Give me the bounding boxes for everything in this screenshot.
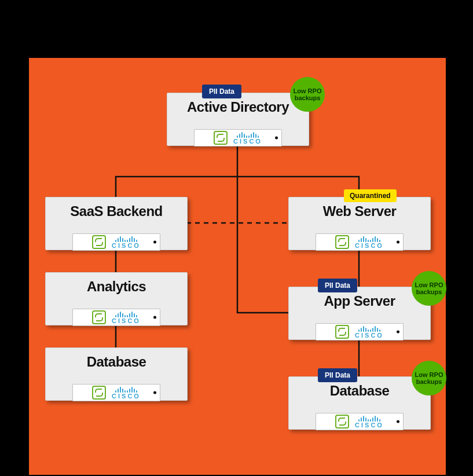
- status-dot: [153, 316, 156, 319]
- cohesity-icon: [335, 415, 349, 429]
- node-active-directory: PII Data Low RPO backups Active Director…: [167, 93, 309, 146]
- vendor-strip: CISCO: [72, 309, 160, 326]
- cisco-word: CISCO: [112, 243, 141, 249]
- cisco-logo: CISCO: [233, 131, 262, 145]
- cisco-word: CISCO: [355, 422, 384, 429]
- cisco-logo: CISCO: [112, 386, 141, 400]
- node-title: App Server: [289, 293, 430, 309]
- cohesity-icon: [214, 131, 228, 145]
- cisco-word: CISCO: [355, 243, 384, 249]
- vendor-strip: CISCO: [194, 129, 282, 147]
- vendor-strip: CISCO: [316, 413, 404, 430]
- cohesity-icon: [92, 386, 106, 400]
- cisco-logo: CISCO: [355, 325, 384, 339]
- node-title: Active Directory: [167, 99, 309, 115]
- cohesity-icon: [335, 325, 349, 339]
- edge-ad-saas: [116, 177, 237, 197]
- status-dot: [275, 137, 278, 140]
- cisco-word: CISCO: [233, 138, 262, 145]
- node-analytics: Analytics CISCO: [45, 272, 188, 325]
- badge-low-rpo: Low RPO backups: [412, 361, 446, 396]
- vendor-strip: CISCO: [72, 384, 160, 401]
- node-web-server: Quarantined Web Server CISCO: [288, 197, 431, 250]
- edge-ad-app: [237, 177, 288, 313]
- cisco-word: CISCO: [112, 393, 141, 400]
- cisco-logo: CISCO: [112, 235, 141, 249]
- badge-low-rpo: Low RPO backups: [412, 271, 446, 306]
- node-title: Analytics: [46, 279, 187, 295]
- cisco-logo: CISCO: [355, 415, 384, 429]
- badge-pii: PII Data: [318, 279, 357, 292]
- badge-pii: PII Data: [318, 368, 357, 382]
- node-title: SaaS Backend: [46, 203, 187, 219]
- diagram-canvas: PII Data Low RPO backups Active Director…: [29, 58, 446, 475]
- node-saas-backend: SaaS Backend CISCO: [45, 197, 188, 250]
- cisco-logo: CISCO: [355, 235, 384, 249]
- cohesity-icon: [92, 235, 106, 249]
- status-dot: [153, 391, 156, 394]
- node-database-left: Database CISCO: [45, 347, 188, 401]
- cohesity-icon: [335, 235, 349, 249]
- badge-pii: PII Data: [202, 85, 241, 98]
- badge-quarantined: Quarantined: [344, 189, 397, 202]
- edge-ad-web: [237, 177, 359, 197]
- status-dot: [397, 241, 399, 244]
- vendor-strip: CISCO: [316, 233, 404, 251]
- cisco-logo: CISCO: [112, 310, 141, 324]
- node-title: Database: [46, 354, 187, 370]
- cisco-word: CISCO: [112, 318, 141, 324]
- cisco-word: CISCO: [355, 332, 384, 339]
- vendor-strip: CISCO: [72, 233, 160, 251]
- node-database-right: PII Data Low RPO backups Database CISCO: [288, 376, 431, 430]
- status-dot: [397, 331, 399, 334]
- status-dot: [397, 420, 399, 423]
- vendor-strip: CISCO: [316, 323, 404, 340]
- cohesity-icon: [92, 310, 106, 324]
- status-dot: [153, 241, 156, 244]
- node-app-server: PII Data Low RPO backups App Server CISC…: [288, 287, 431, 340]
- diagram-stage: PII Data Low RPO backups Active Director…: [0, 0, 473, 476]
- node-title: Web Server: [289, 203, 430, 219]
- badge-low-rpo: Low RPO backups: [290, 77, 325, 112]
- node-title: Database: [289, 383, 430, 399]
